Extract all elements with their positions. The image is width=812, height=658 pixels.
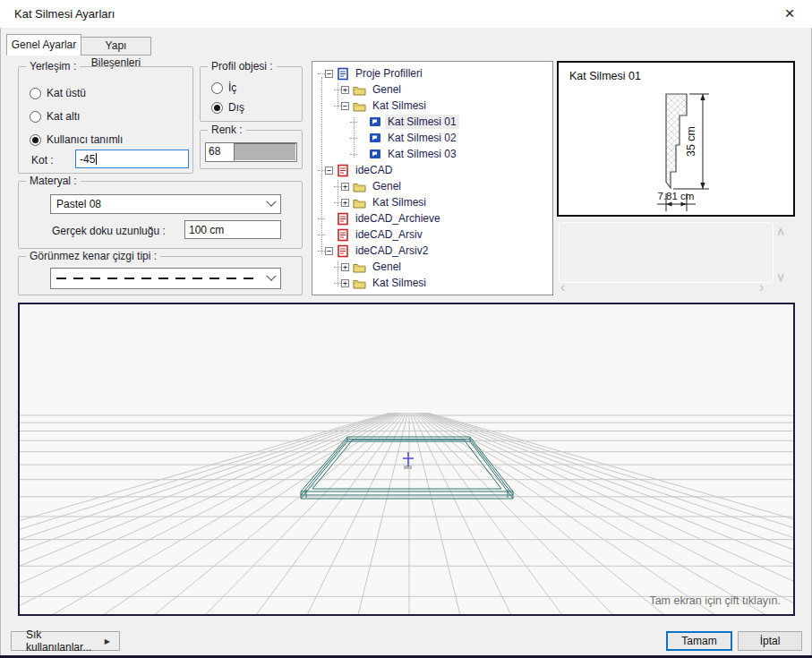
description-scrollpane: ∧ ∨ ‹ › xyxy=(557,220,795,297)
tree-item-genel[interactable]: +Genel xyxy=(312,178,552,194)
dim-arrow-up xyxy=(700,94,705,100)
dim-horizontal-label: 7.81 cm xyxy=(658,191,695,201)
description-content xyxy=(559,222,774,283)
tree-item-label: Kat Silmesi xyxy=(370,98,429,113)
group-renk: Renk : 68 xyxy=(200,130,303,169)
close-icon[interactable]: × xyxy=(778,3,801,24)
ok-button[interactable]: Tamam xyxy=(666,631,732,651)
document-icon xyxy=(337,228,349,241)
text-caret xyxy=(96,153,97,165)
tree-guide-line xyxy=(321,77,322,254)
tree-item-label: Genel xyxy=(370,82,404,97)
tree-guide-line xyxy=(338,180,338,206)
radio-icon[interactable] xyxy=(211,102,223,114)
tree-guide-line xyxy=(338,261,338,286)
kot-label: Kot : xyxy=(31,154,54,167)
viewport-3d[interactable]: Tam ekran için çift tıklayın. xyxy=(18,303,795,616)
document-icon xyxy=(337,212,349,225)
dialog-kat-silmesi-ayarlari: Kat Silmesi Ayarları × Genel Ayarlar Yap… xyxy=(0,0,812,658)
doku-label: Gerçek doku uzunluğu : xyxy=(52,225,166,237)
tree-item-label: ideCAD_Arsiv2 xyxy=(353,244,431,258)
tree-item-kat-silmesi[interactable]: −Kat Silmesi xyxy=(312,98,552,114)
profile-icon xyxy=(369,148,381,160)
tree-item-label: ideCAD xyxy=(353,163,395,177)
tree-item-kat-silmesi-01[interactable]: Kat Silmesi 01 xyxy=(312,114,552,130)
folder-icon xyxy=(353,99,366,112)
folder-icon xyxy=(353,83,366,96)
color-control[interactable]: 68 xyxy=(205,142,297,162)
scroll-right-icon[interactable]: › xyxy=(759,282,764,293)
folder-icon xyxy=(353,277,366,289)
document-icon xyxy=(337,244,349,257)
radio-profil-1[interactable]: İç xyxy=(211,81,236,94)
scroll-left-icon[interactable]: ‹ xyxy=(560,282,565,293)
group-gorunmez-kenar: Görünmez kenar çizgi tipi : xyxy=(18,256,303,295)
scroll-down-icon[interactable]: ∨ xyxy=(776,271,785,282)
favorites-button[interactable]: Sık kullanılanlar... ▶ xyxy=(11,631,120,651)
titlebar: Kat Silmesi Ayarları × xyxy=(0,0,812,28)
collapse-icon[interactable]: − xyxy=(325,167,333,175)
expand-icon[interactable]: + xyxy=(341,183,349,191)
group-profil-label: Profil objesi : xyxy=(208,60,277,73)
radio-yerlesim-2[interactable]: Kat altı xyxy=(30,110,80,123)
collapse-icon[interactable]: − xyxy=(325,247,333,255)
tree-item-genel[interactable]: +Genel xyxy=(312,259,552,275)
group-profil-objesi: Profil objesi : İçDış xyxy=(200,66,303,122)
profile-icon xyxy=(369,115,381,128)
tree-item-kat-silmesi-03[interactable]: Kat Silmesi 03 xyxy=(312,146,552,162)
tree-item-proje-profilleri[interactable]: −Proje Profilleri xyxy=(312,65,552,81)
cizgi-tipi-dropdown[interactable] xyxy=(50,268,281,289)
radio-label: Kullanıcı tanımlı xyxy=(47,133,123,146)
collapse-icon[interactable]: − xyxy=(341,102,349,110)
color-swatch[interactable] xyxy=(234,143,296,161)
tree-item-label: Genel xyxy=(370,260,404,274)
dim-arrow-right xyxy=(681,202,688,207)
group-renk-label: Renk : xyxy=(208,124,246,136)
expand-icon[interactable]: + xyxy=(341,279,349,287)
materyal-value: Pastel 08 xyxy=(56,198,101,210)
radio-icon[interactable] xyxy=(30,134,41,146)
radio-yerlesim-1[interactable]: Kat üstü xyxy=(30,87,86,99)
group-yerlesim: Yerleşim : Kat üstüKat altıKullanıcı tan… xyxy=(18,66,193,174)
folder-icon xyxy=(353,180,366,192)
ground-grid xyxy=(20,407,793,614)
profile-drawing: 35 cm 7.81 cm xyxy=(559,63,793,215)
document-icon xyxy=(337,67,349,80)
expand-icon[interactable]: + xyxy=(341,263,349,271)
collapse-icon[interactable]: − xyxy=(325,70,333,78)
group-materyal: Materyal : Pastel 08 Gerçek doku uzunluğ… xyxy=(18,181,303,249)
preview-title: Kat Silmesi 01 xyxy=(569,70,641,82)
viewport-canvas xyxy=(20,304,793,614)
tab-yapi-bilesenleri[interactable]: Yapı Bileşenleri xyxy=(81,37,151,56)
tree-item-label: Kat Silmesi 01 xyxy=(385,115,459,129)
radio-profil-2[interactable]: Dış xyxy=(211,101,244,114)
radio-icon[interactable] xyxy=(211,82,223,94)
tree-item-label: Kat Silmesi 03 xyxy=(385,147,459,161)
tree-item-idecad-arsiv2[interactable]: −ideCAD_Arsiv2 xyxy=(312,243,552,259)
folder-icon xyxy=(353,261,366,273)
radio-icon[interactable] xyxy=(30,88,41,99)
tree-item-label: Proje Profilleri xyxy=(353,66,425,81)
expand-icon[interactable]: + xyxy=(341,86,349,94)
doku-input[interactable]: 100 cm xyxy=(184,220,281,239)
profile-icon xyxy=(369,132,381,144)
group-yerlesim-label: Yerleşim : xyxy=(26,60,80,73)
tree-item-idecad-arsiv[interactable]: ideCAD_Arsiv xyxy=(312,226,552,243)
materyal-dropdown[interactable]: Pastel 08 xyxy=(50,194,281,214)
expand-icon[interactable]: + xyxy=(341,199,349,207)
tab-genel-ayarlar[interactable]: Genel Ayarlar xyxy=(6,34,81,56)
tree-item-kat-silmesi[interactable]: +Kat Silmesi xyxy=(312,275,552,291)
kot-input[interactable]: -45 xyxy=(75,150,189,168)
tree-item-genel[interactable]: +Genel xyxy=(312,81,552,98)
tree-item-idecad[interactable]: −ideCAD xyxy=(312,162,552,178)
cancel-button[interactable]: İptal xyxy=(738,631,802,651)
tree-item-label: ideCAD_Arsiv xyxy=(353,227,425,242)
window-title: Kat Silmesi Ayarları xyxy=(14,7,115,21)
radio-yerlesim-3[interactable]: Kullanıcı tanımlı xyxy=(30,133,123,146)
radio-icon[interactable] xyxy=(30,111,41,123)
tree-item-idecad-archieve[interactable]: ideCAD_Archieve xyxy=(312,210,552,226)
scroll-up-icon[interactable]: ∧ xyxy=(776,226,785,236)
tree-item-kat-silmesi[interactable]: +Kat Silmesi xyxy=(312,194,552,210)
cancel-label: İptal xyxy=(760,635,781,647)
tree-item-kat-silmesi-02[interactable]: Kat Silmesi 02 xyxy=(312,130,552,146)
